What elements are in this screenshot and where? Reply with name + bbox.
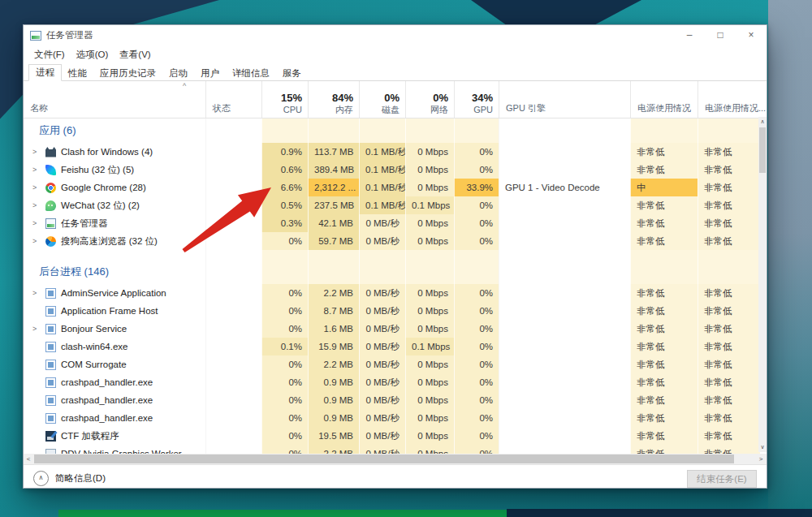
expand-chevron-icon[interactable]	[32, 325, 45, 333]
cell-value: 0 Mbps	[405, 355, 454, 373]
close-button[interactable]: ×	[736, 25, 767, 45]
tab-6[interactable]: 服务	[276, 66, 308, 81]
power-usage-cell: 非常低	[630, 284, 698, 302]
process-row[interactable]: crashpad_handler.exe0%0.9 MB0 MB/秒0 Mbps…	[24, 391, 767, 409]
expand-chevron-icon[interactable]	[32, 201, 45, 209]
column-header-power[interactable]: 电源使用情况	[630, 81, 698, 118]
cell-value: 0 MB/秒	[359, 320, 405, 338]
menu-item-0[interactable]: 文件(F)	[28, 45, 71, 63]
vertical-scrollbar[interactable]: ∧ ∨	[758, 117, 767, 452]
cell-value: 237.5 MB	[308, 196, 359, 214]
tab-2[interactable]: 应用历史记录	[93, 66, 162, 81]
cell-value: 0 Mbps	[405, 161, 454, 179]
section-header-row[interactable]: 后台进程 (146)	[24, 260, 767, 284]
process-row[interactable]: Clash for Windows (4)0.9%113.7 MB0.1 MB/…	[24, 143, 767, 161]
expand-chevron-icon[interactable]	[32, 166, 45, 174]
column-header-memory[interactable]: 84%内存	[308, 81, 359, 118]
gpu-engine-cell	[499, 143, 630, 161]
tab-processes[interactable]: 进程	[28, 64, 62, 81]
cell-value: 0 Mbps	[405, 302, 454, 320]
column-header-status[interactable]: 状态	[205, 81, 261, 118]
section-cell	[205, 118, 261, 143]
title-bar[interactable]: 任务管理器 – □ ×	[24, 25, 767, 45]
process-name-cell: Feishu (32 位) (5)	[24, 161, 205, 179]
cell-value: 0.6%	[261, 161, 308, 179]
cell-value: 0 Mbps	[405, 320, 454, 338]
section-title: 后台进程 (146)	[24, 260, 205, 284]
footer-bar: ∧ 简略信息(D) 结束任务(E)	[24, 464, 767, 492]
cell-value: 0 Mbps	[405, 284, 454, 302]
process-row[interactable]: WeChat (32 位) (2)0.5%237.5 MB0.1 MB/秒0.1…	[24, 196, 767, 214]
process-row[interactable]: AdminService Application0%2.2 MB0 MB/秒0 …	[24, 284, 767, 302]
power-usage-cell: 非常低	[630, 302, 698, 320]
tab-3[interactable]: 启动	[162, 66, 194, 81]
column-header-gpu-engine-label: GPU 引擎	[506, 102, 546, 114]
process-name-cell: crashpad_handler.exe	[24, 391, 205, 409]
column-header-gpu[interactable]: 34%GPU	[454, 81, 499, 118]
total-gpu-percent: 34%	[472, 92, 493, 104]
column-header-cpu[interactable]: 15%CPU	[261, 81, 308, 118]
process-row[interactable]: 任务管理器0.3%42.1 MB0 MB/秒0 Mbps0%非常低非常低	[24, 214, 767, 232]
scroll-up-icon[interactable]: ∧	[760, 117, 764, 127]
scroll-down-icon[interactable]: ∨	[760, 442, 764, 452]
menu-item-1[interactable]: 选项(O)	[71, 45, 114, 63]
cell-value: 0%	[454, 338, 499, 355]
gpu-engine-cell	[499, 445, 630, 454]
tab-1[interactable]: 性能	[62, 66, 93, 81]
spacer-cell	[205, 250, 261, 260]
cell-value: 0%	[454, 143, 499, 161]
maximize-button[interactable]: □	[705, 25, 736, 45]
menu-item-2[interactable]: 查看(V)	[114, 45, 156, 63]
fewer-details-toggle[interactable]: 简略信息(D)	[55, 472, 106, 485]
end-task-button[interactable]: 结束任务(E)	[687, 470, 757, 488]
status-cell	[205, 409, 261, 427]
tab-4[interactable]: 用户	[194, 66, 226, 81]
column-header-power-trend[interactable]: 电源使用情况...	[698, 81, 760, 118]
column-header-gpu-engine[interactable]: GPU 引擎	[499, 81, 630, 118]
process-row[interactable]: DDV Nvidia Graphics Worker0%2.2 MB0 MB/秒…	[24, 445, 767, 454]
process-name-cell: clash-win64.exe	[24, 338, 205, 355]
tab-5[interactable]: 详细信息	[226, 66, 276, 81]
horizontal-scrollbar[interactable]: < >	[24, 454, 767, 464]
vertical-scroll-thumb[interactable]	[759, 127, 766, 173]
wechat-icon	[45, 200, 56, 211]
process-row[interactable]: Bonjour Service0%1.6 MB0 MB/秒0 Mbps0%非常低…	[24, 320, 767, 338]
scroll-right-icon[interactable]: >	[756, 454, 766, 464]
window-icon	[45, 306, 56, 317]
collapse-details-icon[interactable]: ∧	[33, 471, 49, 486]
process-row[interactable]: crashpad_handler.exe0%0.9 MB0 MB/秒0 Mbps…	[24, 409, 767, 427]
process-row[interactable]: COM Surrogate0%2.2 MB0 MB/秒0 Mbps0%非常低非常…	[24, 355, 767, 373]
minimize-button[interactable]: –	[674, 25, 705, 45]
process-row[interactable]: Feishu (32 位) (5)0.6%389.4 MB0.1 MB/秒0 M…	[24, 161, 767, 179]
cell-value: 0%	[454, 355, 499, 373]
cell-value: 0 Mbps	[405, 409, 454, 427]
cell-value: 0%	[454, 161, 499, 179]
process-row[interactable]: Application Frame Host0%8.7 MB0 MB/秒0 Mb…	[24, 302, 767, 320]
process-name-cell: 搜狗高速浏览器 (32 位)	[24, 232, 205, 250]
expand-chevron-icon[interactable]	[32, 237, 45, 245]
scroll-left-icon[interactable]: <	[24, 454, 33, 464]
column-header-disk[interactable]: 0%磁盘	[359, 81, 405, 118]
expand-chevron-icon[interactable]	[32, 148, 45, 156]
cell-value: 113.7 MB	[308, 143, 359, 161]
process-row[interactable]: CTF 加载程序0%19.5 MB0 MB/秒0 Mbps0%非常低非常低	[24, 427, 767, 445]
section-header-row[interactable]: 应用 (6)	[24, 118, 767, 143]
cell-value: 15.9 MB	[308, 338, 359, 355]
process-row[interactable]: Google Chrome (28)6.6%2,312.2 ...0.1 MB/…	[24, 179, 767, 196]
status-cell	[205, 427, 261, 445]
process-row[interactable]: clash-win64.exe0.1%15.9 MB0 MB/秒0.1 Mbps…	[24, 338, 767, 355]
column-header-network[interactable]: 0%网络	[405, 81, 454, 118]
process-row[interactable]: crashpad_handler.exe0%0.9 MB0 MB/秒0 Mbps…	[24, 373, 767, 391]
status-cell	[205, 391, 261, 409]
cell-value: 0 Mbps	[405, 373, 454, 391]
expand-chevron-icon[interactable]	[32, 183, 45, 192]
expand-chevron-icon[interactable]	[32, 219, 45, 227]
horizontal-scroll-thumb[interactable]	[34, 455, 734, 463]
cell-value: 0 MB/秒	[359, 232, 405, 250]
process-row[interactable]: 搜狗高速浏览器 (32 位)0%59.7 MB0 MB/秒0 Mbps0%非常低…	[24, 232, 767, 250]
status-cell	[205, 214, 261, 232]
column-header-name[interactable]: 名称^	[24, 81, 205, 118]
expand-chevron-icon[interactable]	[32, 289, 45, 297]
status-cell	[205, 355, 261, 373]
process-name-label: Google Chrome (28)	[61, 183, 146, 192]
